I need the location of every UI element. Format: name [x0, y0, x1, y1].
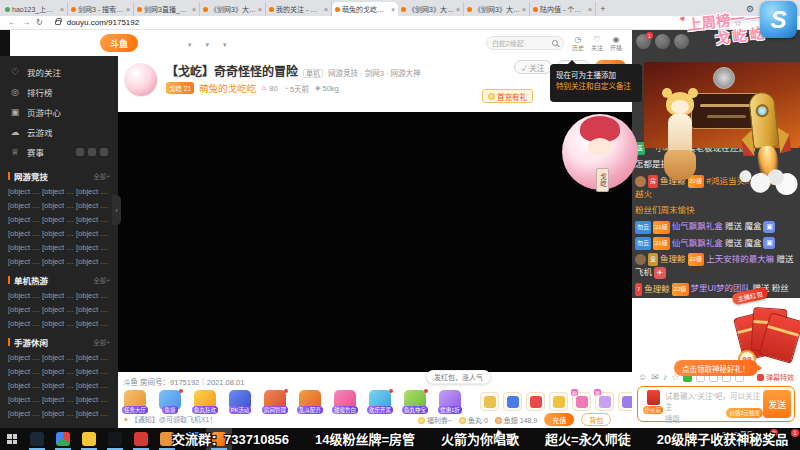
game-category-link[interactable]: [object Object]	[42, 395, 76, 404]
gift-item[interactable]	[526, 392, 545, 411]
game-category-link[interactable]: [object Object]	[8, 367, 42, 376]
fan-badge[interactable]: 戈屹 21	[166, 82, 194, 94]
game-category-link[interactable]: [object Object]	[76, 409, 110, 418]
tab-close-icon[interactable]: ×	[126, 6, 130, 13]
stream-badge-pill[interactable]	[217, 95, 229, 107]
game-category-link[interactable]: [object Object]	[76, 305, 110, 314]
room-promo-entry[interactable]: 乱斗配齐	[297, 390, 323, 414]
browser-tab[interactable]: 《剑网3》大师赛 ×	[464, 2, 530, 16]
browser-settings-icon[interactable]: ⚙	[746, 2, 754, 16]
game-category-link[interactable]: [object Object]	[8, 409, 42, 418]
browser-tab[interactable]: 剑网3 - 搜索结果 - 斗... ×	[68, 2, 134, 16]
tab-close-icon[interactable]: ×	[522, 6, 526, 13]
game-category-link[interactable]: [object Object]	[76, 229, 110, 238]
game-category-link[interactable]: [object Object]	[42, 305, 76, 314]
new-tab-button[interactable]: +	[596, 2, 610, 16]
search-box[interactable]: 白蛇2缘起	[486, 36, 564, 50]
chat-message[interactable]: 粉丝们周末愉快	[635, 204, 797, 217]
streamer-avatar[interactable]	[124, 63, 158, 97]
sidebar-quick-item[interactable]: ♡ 我的关注	[0, 62, 118, 82]
game-category-link[interactable]: [object Object]	[42, 291, 76, 300]
game-category-link[interactable]: [object Object]	[8, 229, 42, 238]
first-charge-button[interactable]: 首充有礼	[482, 89, 533, 103]
game-category-link[interactable]: [object Object]	[42, 367, 76, 376]
game-category-link[interactable]: [object Object]	[42, 257, 76, 266]
recharge-wallet-button[interactable]: 充值	[544, 413, 574, 426]
nav-item[interactable]	[206, 38, 210, 49]
sidebar-collapse-handle[interactable]: ‹	[112, 195, 121, 225]
tab-close-icon[interactable]: ×	[324, 6, 328, 13]
vip-avatar[interactable]	[655, 34, 670, 49]
game-category-link[interactable]: [object Object]	[8, 291, 42, 300]
stream-category[interactable]: 网游竞技 · 剑网3 · 网游大神	[328, 69, 421, 78]
nav-item[interactable]	[223, 38, 227, 49]
gift-item[interactable]	[549, 392, 568, 411]
backpack-button[interactable]: 背包	[581, 413, 611, 426]
room-promo-entry[interactable]: 鱼丸夺宝	[402, 390, 428, 414]
header-action[interactable]: ♡ 关注	[591, 36, 603, 51]
redpacket-bubble[interactable]: 点击领取神秘好礼！	[674, 360, 758, 376]
reload-icon[interactable]: ↻	[36, 18, 43, 27]
sidebar-quick-item[interactable]: ♕ 赛事	[0, 142, 118, 162]
rocket-pill[interactable]: 小火箭	[643, 406, 664, 414]
game-category-link[interactable]: [object Object]	[76, 319, 110, 328]
game-category-link[interactable]: [object Object]	[76, 215, 110, 224]
tab-close-icon[interactable]: ×	[456, 6, 460, 13]
app-icon[interactable]	[102, 428, 128, 450]
game-category-link[interactable]: [object Object]	[76, 381, 110, 390]
game-category-link[interactable]: [object Object]	[8, 305, 42, 314]
game-category-link[interactable]: [object Object]	[8, 201, 42, 210]
header-action[interactable]: ◷ 历史	[572, 36, 584, 51]
game-category-link[interactable]: [object Object]	[42, 215, 76, 224]
app-icon[interactable]	[128, 428, 154, 450]
section-more-link[interactable]: 全部+	[93, 171, 110, 181]
chat-input-placeholder[interactable]: 试着输入“关注”吧，可以关注主 播哦 价值2元抽奖	[665, 390, 763, 418]
chat-message[interactable]: 医一小喵21某老板现在还远吗	[635, 142, 797, 155]
back-icon[interactable]: ←	[8, 18, 16, 27]
game-category-link[interactable]: [object Object]	[42, 353, 76, 362]
room-promo-entry[interactable]: 鱼塘	[157, 390, 183, 414]
chat-message[interactable]: 勿云21级仙气飘飘礼盒 赠送 魔盒▣	[635, 237, 797, 250]
lottery-hint-pill[interactable]: 价值2元抽奖	[726, 408, 763, 418]
room-promo-entry[interactable]: 甜蜜告白	[332, 390, 358, 414]
send-button[interactable]: 发送	[763, 390, 791, 418]
browser-tab[interactable]: 剑网3直播_剑网3直播... ×	[134, 2, 200, 16]
game-category-link[interactable]: [object Object]	[8, 395, 42, 404]
game-category-link[interactable]: [object Object]	[42, 319, 76, 328]
browser-tab[interactable]: 萌兔的戈屹屹直播_剑... ×	[332, 2, 398, 16]
game-category-link[interactable]: [object Object]	[8, 187, 42, 196]
game-category-link[interactable]: [object Object]	[42, 229, 76, 238]
game-category-link[interactable]: [object Object]	[42, 381, 76, 390]
gift-item[interactable]: 赠	[595, 392, 614, 411]
game-category-link[interactable]: [object Object]	[76, 395, 110, 404]
gift-item[interactable]	[503, 392, 522, 411]
browser-tab[interactable]: hao123_上网从这里 ×	[2, 2, 68, 16]
game-category-link[interactable]: [object Object]	[42, 187, 76, 196]
gift-item[interactable]	[480, 392, 499, 411]
tab-close-icon[interactable]: ×	[192, 6, 196, 13]
search-icon[interactable]	[552, 40, 558, 46]
game-category-link[interactable]: [object Object]	[76, 367, 110, 376]
game-category-link[interactable]: [object Object]	[42, 243, 76, 252]
chat-username[interactable]: 鱼理鲸	[660, 254, 686, 264]
mail-icon[interactable]: ✉	[651, 373, 659, 382]
game-category-link[interactable]: [object Object]	[76, 201, 110, 210]
game-category-link[interactable]: [object Object]	[8, 353, 42, 362]
game-category-link[interactable]: [object Object]	[42, 409, 76, 418]
tab-close-icon[interactable]: ×	[391, 6, 395, 13]
browser-tab[interactable]: 《剑网3》大师赛 ×	[200, 2, 266, 16]
vip-avatar[interactable]	[674, 34, 689, 49]
chat-message[interactable]: 皇鱼理鲸22级上天安排的最大嘛 赠送 飞机✈	[635, 253, 797, 280]
game-category-link[interactable]: [object Object]	[76, 291, 110, 300]
tab-close-icon[interactable]: ×	[588, 6, 592, 13]
chat-message[interactable]: 房鱼理鲸22级#鸿运当头# 祝主播越来越火	[635, 175, 797, 202]
horn-icon[interactable]: ♪	[663, 373, 668, 382]
section-more-link[interactable]: 全部+	[93, 275, 110, 285]
section-more-link[interactable]: 全部+	[93, 337, 110, 347]
header-action[interactable]: ◉ 开播	[610, 36, 622, 51]
game-category-link[interactable]: [object Object]	[8, 381, 42, 390]
redpacket-mini-icon[interactable]	[647, 390, 660, 405]
app-icon[interactable]	[50, 428, 76, 450]
chat-message[interactable]: 勿云21级仙气飘飘礼盒 赠送 魔盒▣	[635, 220, 797, 233]
url-text[interactable]: douyu.com/9175192	[67, 18, 140, 27]
